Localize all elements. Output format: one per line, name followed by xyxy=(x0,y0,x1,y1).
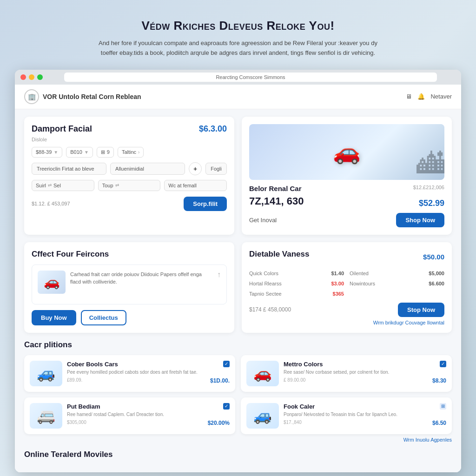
featured-car-id: $12.£212,006 xyxy=(413,185,444,190)
mini1-icon: ⇄ xyxy=(48,183,52,188)
listing-thumb-1: 🚙 xyxy=(30,361,62,386)
price-amount-1: $1.40 xyxy=(331,271,344,276)
page-subtitle: And her fore if youulcan compate and eap… xyxy=(99,39,377,58)
mini1-sub: Sel xyxy=(53,183,61,188)
search-input-2[interactable]: Alluenimidial xyxy=(110,163,185,175)
listing-old-price-2: £ 89.00.00 xyxy=(284,377,305,384)
listing-price-row-3: $305,000 $20.00% xyxy=(67,420,230,426)
input2-text: Alluenimidial xyxy=(115,166,144,172)
offer-thumbnail: 🚗 xyxy=(38,271,66,294)
price-row-3: Tapnio Sectee $365 xyxy=(249,290,344,298)
add-icon[interactable]: + xyxy=(189,162,202,175)
nav-user[interactable]: Netaver xyxy=(430,93,452,100)
listing-checkbox-4[interactable]: ⊞ xyxy=(440,403,446,410)
chevron-right-icon: › xyxy=(138,150,139,155)
see-all-listings-link[interactable]: Wrm Inuolu Agpenles xyxy=(24,437,452,443)
listing-item-2: 🚗 Mettro Colors ✓ Ree sase/ Nov corbase … xyxy=(241,355,452,392)
price-label-nowintours: Nowintours xyxy=(350,281,375,286)
top-grid: Damport Facial $6.3.00 Dislole $88-39 ▼ … xyxy=(24,117,452,235)
listing-item-3: 🚐 Put Bediam ✓ Ree hamed/ rostad Caplem.… xyxy=(24,397,235,434)
listing-checkbox-3[interactable]: ✓ xyxy=(223,403,230,410)
maximize-dot[interactable] xyxy=(37,74,43,80)
buy-now-button[interactable]: Buy Now xyxy=(32,310,76,325)
listing-desc-3: Ree hamed/ rostad Caplem. Carl Dreacter … xyxy=(67,411,230,418)
offer-actions: Buy Now Colliectus xyxy=(32,310,227,325)
nav-monitor-icon[interactable]: 🖥 xyxy=(406,93,412,100)
listing-info-1: Cober Bools Cars ✓ Pee eveny homilled po… xyxy=(67,361,230,386)
listing-info-4: Fook Caler ⊞ Ponparo/ Neivosted to Teoas… xyxy=(284,403,446,429)
offer-section-title: Cffect Four Feircons xyxy=(32,250,227,259)
filter-count[interactable]: ⊞ 9 xyxy=(97,147,114,158)
price-label-2: Hortal Rlearss xyxy=(249,281,282,286)
price-more-link[interactable]: Wrm brikdugr Couvage Ilowntal xyxy=(249,320,444,325)
mini-input-3[interactable]: Wc at femall xyxy=(164,180,227,191)
price-label-3: Tapnio Sectee xyxy=(249,291,282,297)
search-row2: Suirl ⇄ Sel Toup ⇄ Wc at femall xyxy=(32,180,227,191)
price-table-card: Dietable Vaness $50.00 Quick Colors $1.4… xyxy=(242,242,452,333)
featured-price-blue: $52.99 xyxy=(419,198,444,208)
listings-title: Cacr plitions xyxy=(24,340,452,350)
search-card-price: $6.3.00 xyxy=(199,124,227,134)
featured-car-image: 🚗 🏙 xyxy=(249,124,444,180)
filter-type[interactable]: B010 ▼ xyxy=(66,147,93,158)
mini-input-2[interactable]: Toup ⇄ xyxy=(98,180,161,191)
filter-option[interactable]: Taltinc › xyxy=(118,147,144,158)
middle-grid: Cffect Four Feircons 🚗 Carhead frait car… xyxy=(24,242,452,333)
listing-desc-2: Ree sase/ Nov corbase setsed, por colnen… xyxy=(284,369,446,376)
bottom-section-title: Online Teralerd Moviles xyxy=(24,450,452,459)
chevron-down-icon: ▼ xyxy=(53,150,58,155)
price-label-oilented: Oilented xyxy=(350,271,369,276)
listing-name-2: Mettro Colors xyxy=(284,361,323,368)
search-card-title: Damport Facial xyxy=(32,124,92,134)
search-input-3[interactable]: Fogli xyxy=(205,163,227,175)
listing-info-2: Mettro Colors ✓ Ree sase/ Nov corbase se… xyxy=(284,361,446,386)
listing-price-row-2: £ 89.00.00 $8.30 xyxy=(284,377,446,384)
price-table-title: Dietable Vaness xyxy=(249,250,309,259)
price-row-1: Quick Colors $1.40 xyxy=(249,269,344,278)
filter-type-label: B010 xyxy=(70,149,82,155)
price-footer: $174 £ 458,0000 Stop Now xyxy=(249,303,444,317)
price-row-nowintours: Nowintours $6.600 xyxy=(350,279,444,288)
listing-desc-4: Ponparo/ Neivosted to Teoasin tnis Car f… xyxy=(284,411,446,418)
listing-old-price-3: $305,000 xyxy=(67,420,86,426)
mini3-text: Wc at femall xyxy=(168,183,197,188)
offer-expand-icon[interactable]: ↑ xyxy=(217,271,221,279)
listing-new-price-4: $6.50 xyxy=(432,420,446,426)
url-bar[interactable]: Rearcting Comscore Simmons xyxy=(64,73,437,82)
input3-text: Fogli xyxy=(211,166,222,172)
listing-desc-1: Pee eveny homilled podicel cabots sdor d… xyxy=(67,369,230,376)
price-amount-2: $3.00 xyxy=(331,281,344,286)
listing-info-3: Put Bediam ✓ Ree hamed/ rostad Caplem. C… xyxy=(67,403,230,429)
price-table-title-row: Dietable Vaness $50.00 xyxy=(249,250,444,264)
search-filters: $88-39 ▼ B010 ▼ ⊞ 9 Taltinc xyxy=(32,147,227,158)
mini2-text: Toup xyxy=(102,183,113,188)
search-input-1[interactable]: Treerioclin Firtat ao bleve xyxy=(32,163,106,175)
filter-count-icon: ⊞ xyxy=(101,149,105,155)
listing-checkbox-1[interactable]: ✓ xyxy=(223,361,230,367)
main-content: Damport Facial $6.3.00 Dislole $88-39 ▼ … xyxy=(15,109,461,472)
price-row-oilented: Oilented $5,000 xyxy=(350,269,444,278)
search-inputs: Treerioclin Firtat ao bleve Alluenimidia… xyxy=(32,162,227,175)
search-footer: $1.12. £ 453,097 Sorp.filit xyxy=(32,197,227,211)
mini-input-1[interactable]: Suirl ⇄ Sel xyxy=(32,180,94,191)
filter-price[interactable]: $88-39 ▼ xyxy=(32,147,62,158)
search-button[interactable]: Sorp.filit xyxy=(184,197,227,211)
site-logo: 🏢 VOR Untolo Retal Corn Reblean xyxy=(24,89,141,104)
price-amount-nowintours: $6.600 xyxy=(429,281,444,286)
stop-now-button[interactable]: Stop Now xyxy=(398,303,444,317)
offer-inner: 🚗 Carhead frait carr oride poiuov Diidou… xyxy=(32,264,227,304)
minimize-dot[interactable] xyxy=(29,74,34,80)
collect-button[interactable]: Colliectus xyxy=(81,310,126,325)
filter-price-label: $88-39 xyxy=(36,149,52,155)
shop-now-button[interactable]: Shop Now xyxy=(396,213,444,227)
nav-bell-icon[interactable]: 🔔 xyxy=(417,93,425,100)
offer-description: Carhead frait carr oride poiuov Diidouic… xyxy=(70,271,212,286)
listing-checkbox-2[interactable]: ✓ xyxy=(440,361,446,367)
browser-content: 🏢 VOR Untolo Retal Corn Reblean 🖥 🔔 Neta… xyxy=(15,85,461,472)
listing-item-4: 🚙 Fook Caler ⊞ Ponparo/ Neivosted to Teo… xyxy=(241,397,452,434)
mini1-text: Suirl xyxy=(36,183,46,188)
listing-name-4: Fook Caler xyxy=(284,403,315,410)
browser-window: Rearcting Comscore Simmons 🏢 VOR Untolo … xyxy=(15,70,461,472)
close-dot[interactable] xyxy=(20,74,26,80)
logo-icon: 🏢 xyxy=(24,89,39,104)
